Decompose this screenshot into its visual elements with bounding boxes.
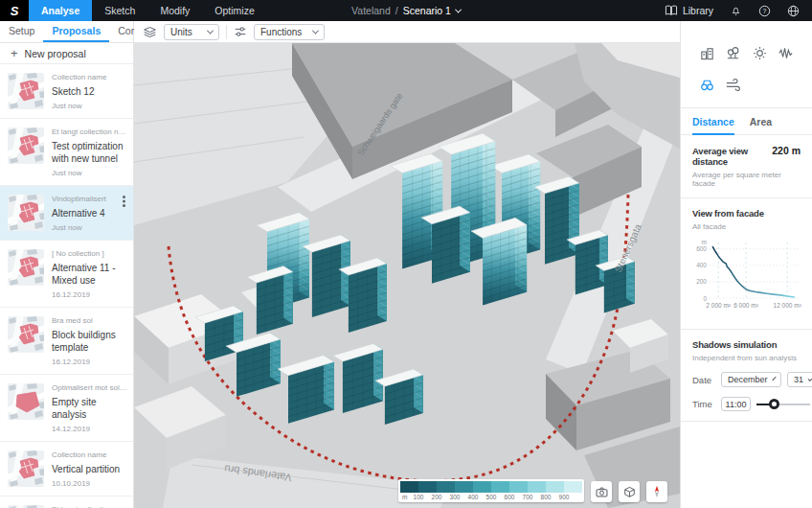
toolbar-divider — [226, 25, 227, 39]
time-slider[interactable] — [756, 398, 810, 411]
proposal-collection-label: Collection name — [52, 73, 127, 81]
svg-text:600: 600 — [696, 245, 707, 252]
new-proposal-label: New proposal — [25, 48, 86, 59]
tab-setup[interactable]: Setup — [0, 21, 43, 42]
functions-dropdown[interactable]: Functions — [254, 24, 325, 40]
proposal-date: Just now — [52, 169, 127, 177]
screenshot-button[interactable] — [591, 481, 612, 502]
month-dropdown[interactable]: December — [721, 372, 781, 387]
proposal-list-item[interactable]: [ No collection ] Alternative 11 - Mixed… — [0, 241, 133, 308]
metric-subtitle: Average per square meter facade — [692, 171, 801, 188]
proposal-date: 16.12.2019 — [52, 358, 127, 366]
units-label: Units — [170, 27, 192, 37]
proposal-list-item[interactable]: Et langt collection navn... Test optimiz… — [0, 496, 133, 508]
3d-viewport[interactable]: Schweigaards gate Stenersgata Vaterlands… — [134, 43, 680, 508]
help-button[interactable]: ? — [758, 5, 771, 17]
svg-text:400: 400 — [696, 262, 707, 268]
topbar-actions: Library ? — [665, 0, 812, 21]
day-dropdown[interactable]: 31 — [787, 372, 812, 387]
breadcrumb-divider: / — [395, 0, 398, 21]
camera-icon — [595, 486, 609, 498]
svg-text:200: 200 — [696, 278, 707, 285]
breadcrumb: Vateland / Scenario 1 — [351, 0, 461, 21]
new-proposal-button[interactable]: + New proposal — [0, 43, 133, 64]
shadows-simulation-section: Shadows simulation Independent from sun … — [681, 330, 812, 422]
proposal-list: Collection name Sketch 12 Just now — [0, 64, 133, 508]
proposal-title: Empty site analysis — [52, 396, 127, 421]
wind-tool-icon[interactable] — [720, 77, 746, 93]
noise-tool-icon[interactable] — [773, 45, 799, 61]
cube-icon — [622, 485, 637, 499]
globe-icon — [787, 5, 800, 17]
tab-area[interactable]: Area — [750, 116, 772, 135]
units-dropdown[interactable]: Units — [164, 24, 219, 40]
tab-distance[interactable]: Distance — [692, 116, 734, 135]
left-panel-tabs: Setup Proposals Context — [0, 21, 133, 43]
buildings-tool-icon[interactable] — [694, 45, 720, 61]
viewport-overlay-controls: m100200300400500600700800900 — [398, 479, 667, 502]
proposals-panel: Setup Proposals Context + New proposal — [0, 21, 134, 508]
nav-tab-analyse[interactable]: Analyse — [29, 0, 92, 21]
compass-button[interactable] — [646, 481, 667, 502]
nav-tab-modify[interactable]: Modify — [147, 0, 202, 21]
proposal-meta: Bra med sol Block buildigns template 16.… — [52, 316, 127, 366]
proposal-list-item[interactable]: Vindoptimalisert Alternative 4 Just now — [0, 186, 133, 241]
proposal-collection-label: Optimalisert mot sol og... — [52, 383, 127, 392]
proposal-thumbnail — [8, 450, 44, 487]
compass-icon — [650, 484, 664, 499]
chevron-down-icon — [455, 6, 462, 12]
vegetation-tool-icon[interactable] — [720, 45, 746, 61]
metric-label: Average view distance — [692, 146, 772, 167]
proposal-menu-button[interactable] — [123, 196, 125, 198]
language-button[interactable] — [787, 5, 800, 17]
proposal-collection-label: [ No collection ] — [52, 249, 127, 258]
proposal-thumbnail — [8, 249, 44, 286]
shadows-subtitle: Independent from sun analysis — [692, 354, 801, 362]
distance-area-tabs: Distance Area — [681, 108, 812, 135]
proposal-date: 16.12.2019 — [52, 290, 127, 299]
proposal-list-item[interactable]: Collection name Sketch 12 Just now — [0, 64, 133, 119]
bell-icon — [730, 4, 742, 17]
time-slider-knob[interactable] — [769, 399, 779, 409]
proposal-title: Test optimization with new tunnel — [52, 140, 127, 165]
brand-logo[interactable]: S — [0, 0, 29, 21]
distance-color-scale: m100200300400500600700800900 — [398, 479, 584, 502]
tab-proposals[interactable]: Proposals — [43, 21, 109, 42]
scenario-label: Scenario 1 — [403, 0, 451, 21]
nav-tab-optimize[interactable]: Optimize — [202, 0, 266, 21]
breadcrumb-project[interactable]: Vateland — [351, 0, 391, 21]
library-label: Library — [683, 5, 713, 16]
proposal-list-item[interactable]: Et langt collection navn... Test optimiz… — [0, 119, 133, 186]
proposal-collection-label: Bra med sol — [52, 316, 127, 325]
month-value: December — [728, 375, 768, 384]
proposal-title: Vertical partition — [52, 463, 127, 475]
scenario-dropdown[interactable]: Scenario 1 — [403, 0, 461, 21]
viewport-toolbar: Units Functions — [134, 21, 680, 43]
library-button[interactable]: Library — [665, 5, 713, 16]
proposal-date: 10.10.2019 — [52, 479, 127, 488]
notifications-button[interactable] — [730, 4, 742, 17]
sun-tool-icon[interactable] — [747, 45, 773, 61]
proposal-thumbnail — [8, 383, 44, 420]
views-tool-icon[interactable] — [694, 77, 720, 93]
time-input[interactable] — [721, 397, 751, 411]
proposal-thumbnail — [8, 127, 44, 164]
book-icon — [665, 5, 678, 16]
proposal-thumbnail — [8, 316, 44, 353]
svg-text:0: 0 — [703, 295, 707, 302]
layers-icon[interactable] — [143, 25, 157, 39]
proposal-list-item[interactable]: Collection name Vertical partition 10.10… — [0, 442, 133, 496]
filters-icon[interactable] — [234, 25, 247, 38]
proposal-title: Alternative 11 - Mixed use — [52, 262, 127, 287]
proposal-meta: [ No collection ] Alternative 11 - Mixed… — [52, 249, 127, 299]
proposal-meta: Collection name Sketch 12 Just now — [52, 73, 127, 110]
proposal-list-item[interactable]: Optimalisert mot sol og... Empty site an… — [0, 375, 133, 442]
proposal-meta: Collection name Vertical partition 10.10… — [52, 450, 127, 488]
nav-tab-sketch[interactable]: Sketch — [92, 0, 147, 21]
svg-text:6 000 m²: 6 000 m² — [733, 302, 758, 309]
proposal-thumbnail — [8, 73, 44, 109]
3d-viewport-scene[interactable]: Schweigaards gate Stenersgata Vaterlands… — [134, 43, 680, 508]
metric-value: 220 m — [772, 145, 801, 156]
view-mode-button[interactable] — [619, 481, 640, 502]
proposal-list-item[interactable]: Bra med sol Block buildigns template 16.… — [0, 308, 133, 375]
